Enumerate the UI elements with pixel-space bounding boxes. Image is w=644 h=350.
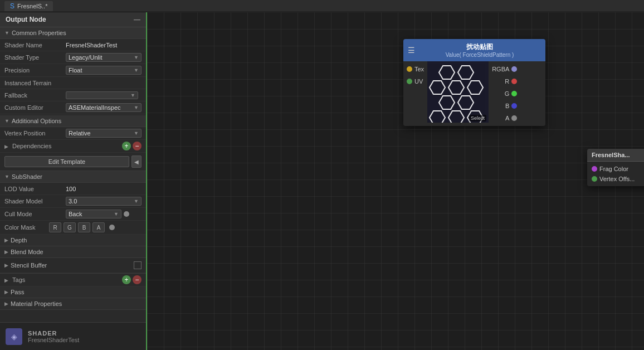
left-panel: Output Node — ▼ Common Properties Shader… [0, 12, 147, 350]
lod-value-row: LOD Value 100 [0, 183, 146, 195]
texture-preview: Select [427, 61, 489, 123]
material-properties-label: Material Properties [11, 300, 62, 307]
shader-name-label: Shader Name [4, 42, 66, 48]
stencil-buffer-header[interactable]: ▶ Stencil Buffer [4, 260, 134, 271]
vertex-position-dropdown[interactable]: Relative ▼ [66, 129, 142, 138]
canvas-area[interactable]: ● ● ▤ FresnelShaderTest [147, 12, 644, 350]
texture-node-menu-icon[interactable]: ☰ [408, 46, 415, 55]
material-properties-header[interactable]: ▶ Material Properties [0, 298, 146, 309]
shader-type-value: Legacy/Unlit [69, 54, 103, 61]
vertex-offset-port-row: Vertex Offs... [587, 174, 644, 184]
color-mask-b-button[interactable]: B [78, 222, 90, 232]
shader-type-label: Shader Type [4, 54, 66, 61]
remove-tag-button[interactable]: − [133, 275, 142, 284]
depth-arrow: ▶ [4, 237, 8, 243]
lod-value: 100 [66, 186, 142, 192]
rgba-port-row: RGBA [489, 65, 520, 74]
g-port-dot[interactable] [511, 91, 517, 96]
rgba-port-label: RGBA [492, 66, 509, 72]
shader-type-dropdown[interactable]: Legacy/Unlit ▼ [66, 53, 142, 62]
custom-editor-dropdown[interactable]: ASEMaterialInspec ▼ [66, 103, 142, 112]
add-tag-button[interactable]: + [122, 275, 131, 284]
a-port-dot[interactable] [511, 115, 517, 121]
stencil-buffer-label: Stencil Buffer [11, 262, 47, 269]
dependencies-row: ▶ Dependencies + − [0, 140, 146, 153]
common-properties-arrow: ▼ [4, 30, 9, 36]
texture-node-right-ports: RGBA R G B A [489, 61, 524, 126]
cull-mode-dropdown[interactable]: Back ▼ [66, 210, 121, 218]
color-mask-dot[interactable] [109, 225, 115, 230]
color-mask-buttons: R G B A [49, 222, 115, 232]
tab-label: FresnelS..* [17, 3, 47, 9]
edit-template-button[interactable]: Edit Template [4, 156, 129, 167]
blend-mode-header[interactable]: ▶ Blend Mode [0, 246, 146, 257]
lod-value-label: LOD Value [4, 186, 66, 192]
b-port-dot[interactable] [511, 103, 517, 109]
subshader-arrow: ▼ [4, 174, 9, 179]
texture-select-label[interactable]: Select [469, 115, 486, 121]
color-mask-g-button[interactable]: G [64, 222, 76, 232]
panel-content: ▼ Common Properties Shader Name FresnelS… [0, 27, 146, 322]
add-dependency-button[interactable]: + [122, 142, 131, 150]
subshader-label: SubShader [12, 173, 42, 180]
uv-port-dot[interactable] [407, 79, 412, 84]
fresnel-node-body: Frag Color Vertex Offs... [587, 162, 644, 186]
shader-type-row: Shader Type Legacy/Unlit ▼ [0, 51, 146, 64]
tags-label: ▶ Tags [4, 276, 122, 283]
common-properties-label: Common Properties [12, 30, 66, 36]
pass-header[interactable]: ▶ Pass [0, 286, 146, 298]
shader-name-value: FresnelShaderTest [66, 42, 142, 48]
tex-port-dot[interactable] [407, 66, 412, 72]
depth-header[interactable]: ▶ Depth [0, 235, 146, 246]
texture-node: ☰ 扰动贴图 Value( ForceShieldPattern ) Tex U [403, 39, 545, 126]
uv-port-label: UV [414, 78, 423, 85]
tags-row: ▶ Tags + − [0, 274, 146, 286]
fresnel-node-header: FresnelSha... [587, 149, 644, 162]
shader-model-dropdown[interactable]: 3.0 ▼ [66, 197, 142, 206]
cull-mode-value: Back [69, 211, 82, 217]
frag-color-port-dot[interactable] [592, 166, 597, 172]
vertex-position-label: Vertex Position [4, 130, 66, 137]
fallback-dropdown[interactable]: ▼ [66, 91, 138, 99]
remove-dependency-button[interactable]: − [133, 142, 142, 150]
output-node-header: Output Node — [0, 12, 146, 27]
common-properties-header[interactable]: ▼ Common Properties [0, 27, 146, 39]
instanced-terrain-label: Instanced Terrain [4, 80, 66, 86]
fallback-row: Fallback ▼ [0, 89, 146, 101]
stencil-buffer-checkbox[interactable] [134, 261, 142, 269]
precision-dropdown[interactable]: Float ▼ [66, 66, 142, 75]
additional-options-arrow: ▼ [4, 118, 9, 124]
r-port-row: R [501, 77, 520, 86]
dependencies-buttons: + − [122, 142, 142, 150]
additional-options-header[interactable]: ▼ Additional Options [0, 115, 146, 127]
dependencies-label: ▶ Dependencies [4, 143, 122, 149]
window-tab[interactable]: S FresnelS..* [4, 1, 53, 11]
cull-mode-dot[interactable] [124, 211, 129, 217]
collapse-icon[interactable]: — [134, 16, 140, 23]
shader-type-label: SHADER [28, 330, 79, 337]
shader-model-row: Shader Model 3.0 ▼ [0, 195, 146, 208]
vertex-offset-port-dot[interactable] [592, 176, 597, 182]
edit-template-arrow-button[interactable]: ◀ [131, 155, 142, 168]
r-port-label: R [505, 78, 509, 85]
subshader-header[interactable]: ▼ SubShader [0, 171, 146, 183]
shader-model-arrow: ▼ [134, 198, 139, 204]
tex-port-label: Tex [414, 66, 424, 72]
depth-section: ▶ Depth [0, 235, 146, 246]
additional-options-label: Additional Options [12, 118, 61, 124]
precision-label: Precision [4, 67, 66, 74]
output-node-title: Output Node [6, 16, 46, 23]
custom-editor-arrow: ▼ [134, 105, 139, 110]
g-port-label: G [505, 90, 510, 97]
main-layout: Output Node — ▼ Common Properties Shader… [0, 12, 644, 350]
frag-color-port-label: Frag Color [599, 166, 628, 172]
color-mask-r-button[interactable]: R [49, 222, 61, 232]
b-port-label: B [505, 103, 509, 109]
custom-editor-value: ASEMaterialInspec [69, 104, 121, 111]
color-mask-a-button[interactable]: A [92, 222, 105, 232]
rgba-port-dot[interactable] [511, 66, 517, 72]
shader-name-bottom: FresnelShaderTest [28, 337, 79, 343]
r-port-dot[interactable] [511, 79, 517, 84]
vertex-offset-port-label: Vertex Offs... [599, 176, 635, 182]
stencil-buffer-row: ▶ Stencil Buffer [0, 258, 146, 273]
